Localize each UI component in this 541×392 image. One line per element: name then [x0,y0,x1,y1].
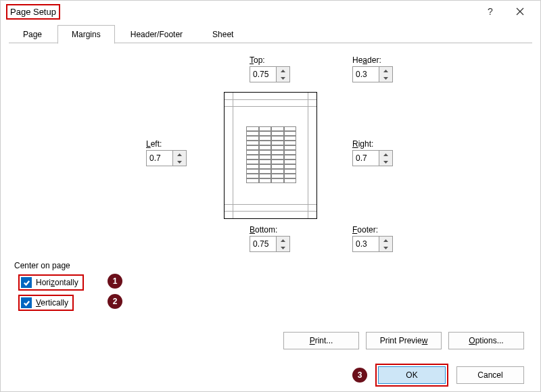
svg-marker-3 [281,77,285,80]
ok-button[interactable]: OK [378,366,446,384]
left-margin-group: Left: [146,139,187,166]
svg-marker-5 [383,77,388,80]
svg-marker-13 [383,247,388,249]
close-icon [516,7,524,16]
svg-marker-11 [281,247,285,249]
cancel-button[interactable]: Cancel [456,366,524,384]
preview-table-icon [246,126,296,183]
svg-marker-6 [177,153,182,156]
spin-down-icon[interactable] [379,158,392,166]
tab-page[interactable]: Page [9,25,56,44]
svg-marker-10 [281,239,285,242]
spin-up-icon[interactable] [379,67,392,74]
annotation-badge-2: 2 [108,294,122,309]
dialog-title: Page Setup [6,4,60,20]
top-input[interactable] [250,67,276,82]
header-input[interactable] [353,67,379,82]
top-label: Top: [250,55,290,65]
footer-spinner[interactable] [352,236,393,252]
header-label: Header: [352,55,393,65]
check-icon [23,279,30,287]
right-spinner[interactable] [352,150,393,166]
spin-up-icon[interactable] [277,237,289,244]
svg-marker-12 [383,239,388,242]
header-margin-group: Header: [352,55,393,82]
spin-up-icon[interactable] [379,151,392,158]
checkbox-vertically[interactable] [21,297,32,308]
right-input[interactable] [353,151,379,166]
spin-down-icon[interactable] [173,158,186,166]
spin-down-icon[interactable] [277,244,289,251]
center-on-page-label: Center on page [14,261,70,270]
horizontally-label: Horizontally [36,278,78,287]
header-spinner[interactable] [352,66,393,82]
tab-bar: Page Margins Header/Footer Sheet [1,22,540,45]
svg-marker-4 [383,70,388,72]
bottom-label: Bottom: [250,225,290,235]
right-margin-group: Right: [352,139,393,166]
page-setup-dialog: Page Setup ? Page Margins Header/Footer … [0,0,541,392]
svg-marker-8 [383,153,388,156]
print-button[interactable]: Print... [283,332,359,349]
footer-label: Footer: [352,225,393,235]
spin-down-icon[interactable] [379,244,392,251]
checkbox-horizontally[interactable] [21,277,32,288]
left-input[interactable] [147,151,172,166]
annotation-badge-3: 3 [352,368,367,383]
vertically-label: Vertically [36,298,68,308]
svg-marker-2 [281,70,285,72]
annotation-badge-1: 1 [108,274,122,289]
left-spinner[interactable] [146,150,187,166]
spin-down-icon[interactable] [277,74,289,82]
center-horizontally-row[interactable]: Horizontally [18,274,84,291]
spin-up-icon[interactable] [173,151,186,158]
top-margin-group: Top: [250,55,290,82]
svg-marker-7 [177,161,182,164]
help-button[interactable]: ? [475,1,505,22]
svg-marker-9 [383,161,388,164]
bottom-margin-group: Bottom: [250,225,290,252]
print-preview-button[interactable]: Print Preview [366,332,442,349]
spin-down-icon[interactable] [379,74,392,82]
check-icon [23,299,30,307]
options-button[interactable]: Options... [448,332,524,349]
bottom-spinner[interactable] [250,236,290,252]
tab-sheet[interactable]: Sheet [198,25,248,44]
titlebar: Page Setup ? [1,1,540,22]
bottom-input[interactable] [250,237,276,251]
footer-input[interactable] [353,237,379,251]
close-button[interactable] [505,1,535,22]
left-label: Left: [146,139,187,149]
footer-margin-group: Footer: [352,225,393,252]
right-label: Right: [352,139,393,149]
tab-header-footer[interactable]: Header/Footer [116,25,197,44]
spin-up-icon[interactable] [277,67,289,74]
top-spinner[interactable] [250,66,290,82]
spin-up-icon[interactable] [379,237,392,244]
page-preview [224,92,317,219]
center-vertically-row[interactable]: Vertically [18,295,74,311]
tab-margins[interactable]: Margins [57,25,115,44]
